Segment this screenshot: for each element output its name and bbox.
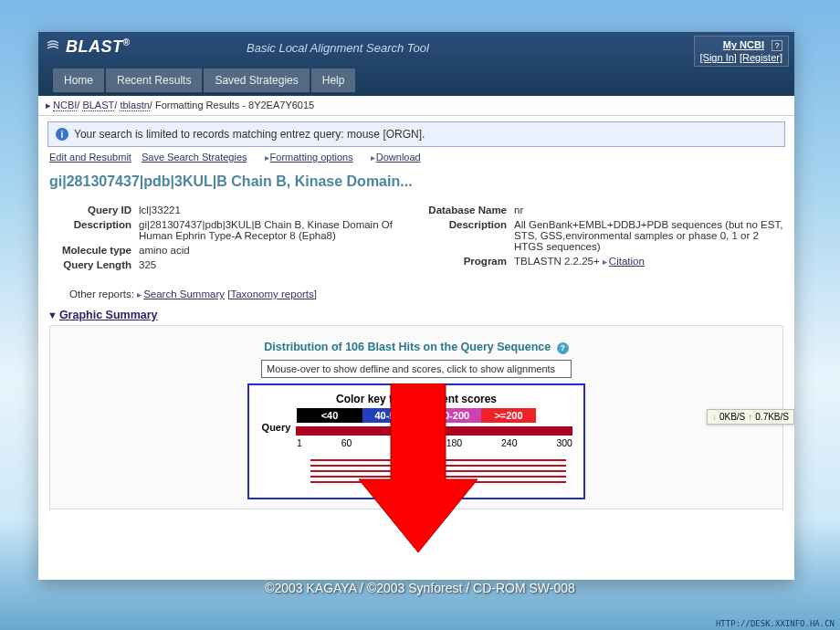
length-value: 325 <box>139 259 156 270</box>
hit-bar[interactable] <box>310 465 566 467</box>
crumb-blast[interactable]: BLAST <box>82 100 114 111</box>
hit-bar[interactable] <box>310 459 566 461</box>
hit-bar[interactable] <box>310 481 566 483</box>
tick: 1 <box>297 437 302 448</box>
query-id-label: Query ID <box>47 205 139 215</box>
ck-80-200: 80-200 <box>426 408 481 423</box>
help-icon[interactable]: ? <box>557 342 569 354</box>
header: BLAST® Basic Local Alignment Search Tool… <box>38 32 794 96</box>
colorkey: <40 40-50 80-200 >=200 <box>260 408 572 423</box>
link-bar: Edit and Resubmit Save Search Strategies… <box>47 147 785 166</box>
molecule-value: amino acid <box>139 245 190 256</box>
hit-bar[interactable] <box>310 470 566 472</box>
graphic-summary-box: Distribution of 106 Blast Hits on the Qu… <box>49 325 783 509</box>
colorkey-title: Color key for alignment scores <box>260 393 572 405</box>
length-label: Query Length <box>47 259 139 270</box>
up-speed: 0.7KB/S <box>755 412 789 422</box>
content: i Your search is limited to records matc… <box>38 116 794 509</box>
desc-left-label: Description <box>47 219 139 241</box>
my-ncbi-link[interactable]: My NCBI <box>723 39 764 50</box>
query-bar <box>296 426 572 436</box>
logo-reg: ® <box>123 37 131 47</box>
tick: 180 <box>446 437 463 448</box>
nav-recent[interactable]: Recent Results <box>106 68 202 92</box>
wallpaper-credits: ©2003 KAGAYA / ©2003 Synforest / CD-ROM … <box>0 581 840 595</box>
taxonomy-reports-link[interactable]: [Taxonomy reports] <box>227 289 317 299</box>
nav-help[interactable]: Help <box>311 68 356 92</box>
desc-right-value: All GenBank+EMBL+DDBJ+PDB sequences (but… <box>514 219 785 252</box>
breadcrumb: ▸NCBI/ BLAST/ tblastn/ Formatting Result… <box>38 96 794 116</box>
tagline: Basic Local Alignment Search Tool <box>247 41 429 55</box>
desc-right-label: Description <box>423 219 514 252</box>
up-arrow-icon: ↑ <box>748 412 752 422</box>
account-box: My NCBI? [Sign In] [Register] <box>694 36 790 67</box>
logo-text: BLAST <box>66 37 123 56</box>
blast-logo-icon <box>46 40 60 55</box>
hit-bar[interactable] <box>310 476 566 478</box>
search-summary-link[interactable]: Search Summary <box>143 289 225 299</box>
query-id-value: lcl|33221 <box>139 205 181 215</box>
query-label: Query <box>260 422 292 433</box>
info-icon: i <box>56 128 68 141</box>
crumb-tblastn[interactable]: tblastn <box>120 100 149 111</box>
tick: 60 <box>341 437 352 448</box>
desc-left-value: gi|281307437|pdb|3KUL|B Chain B, Kinase … <box>139 219 410 241</box>
program-value: TBLASTN 2.2.25+ <box>514 256 600 267</box>
citation-link[interactable]: Citation <box>609 256 645 267</box>
formatting-options-link[interactable]: Formatting options <box>270 152 353 163</box>
sign-in-link[interactable]: [Sign In] <box>700 52 737 63</box>
alignment-plot: Color key for alignment scores <40 40-50… <box>247 383 585 499</box>
nav-home[interactable]: Home <box>53 68 104 92</box>
meta-block: Query IDlcl|33221 Descriptiongi|28130743… <box>47 205 785 274</box>
info-text: Your search is limited to records matchi… <box>74 128 425 141</box>
meta-left: Query IDlcl|33221 Descriptiongi|28130743… <box>47 205 410 274</box>
tick: 240 <box>501 437 518 448</box>
db-name-value: nr <box>514 205 523 215</box>
program-label: Program <box>423 256 514 267</box>
help-icon[interactable]: ? <box>772 40 782 51</box>
info-box: i Your search is limited to records matc… <box>47 121 785 147</box>
hit-bars <box>310 459 572 483</box>
db-name-label: Database Name <box>423 205 514 215</box>
register-link[interactable]: [Register] <box>740 52 782 63</box>
blast-window: BLAST® Basic Local Alignment Search Tool… <box>38 32 794 580</box>
molecule-label: Molecule type <box>47 245 139 256</box>
page-title: gi|281307437|pdb|3KUL|B Chain B, Kinase … <box>49 173 785 190</box>
other-label: Other reports: <box>69 289 134 299</box>
save-strategies-link[interactable]: Save Search Strategies <box>142 152 247 163</box>
tick: 300 <box>556 437 572 448</box>
crumb-tail: Formatting Results - 8Y2EA7Y6015 <box>155 100 314 110</box>
graphic-summary-head[interactable]: ▼Graphic Summary <box>47 309 785 321</box>
other-reports: Other reports: ▸Search Summary [Taxonomy… <box>69 289 785 299</box>
ck-200: >=200 <box>481 408 536 423</box>
axis-ticks: 1 60 120 180 240 300 <box>297 437 572 448</box>
nav: Home Recent Results Saved Strategies Hel… <box>53 68 355 92</box>
logo: BLAST® <box>46 37 130 57</box>
download-link[interactable]: Download <box>376 152 421 163</box>
tick: 120 <box>391 437 407 448</box>
ck-50-80 <box>413 408 426 423</box>
ck-40: <40 <box>297 408 362 423</box>
ck-40-50: 40-50 <box>362 408 413 423</box>
distribution-title: Distribution of 106 Blast Hits on the Qu… <box>59 341 773 354</box>
meta-right: Database Namenr DescriptionAll GenBank+E… <box>423 205 785 274</box>
edit-resubmit-link[interactable]: Edit and Resubmit <box>49 152 131 163</box>
down-speed: 0KB/S <box>719 412 745 422</box>
wallpaper-url: HTTP://DESK.XXINFO.HA.CN <box>716 619 835 628</box>
crumb-ncbi[interactable]: NCBI <box>53 100 77 111</box>
mouseover-hint: Mouse-over to show defline and scores, c… <box>261 360 572 378</box>
nav-saved[interactable]: Saved Strategies <box>204 68 309 92</box>
down-arrow-icon: ↓ <box>712 412 717 422</box>
network-badge: ↓0KB/S ↑0.7KB/S <box>707 409 794 425</box>
